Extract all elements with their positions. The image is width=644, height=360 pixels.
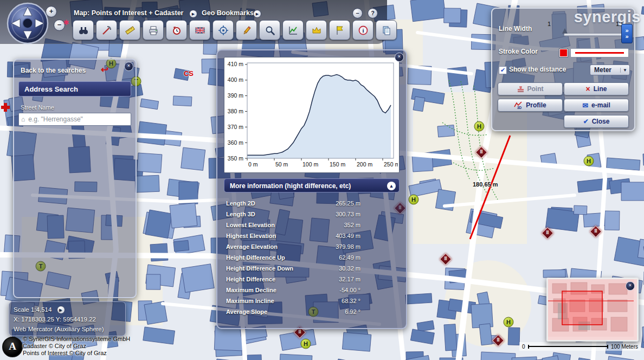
dropdown-arrow-icon: ▼: [620, 68, 629, 73]
profile-panel-close-button[interactable]: ×: [395, 53, 404, 62]
svg-text:410 m: 410 m: [228, 61, 243, 67]
map-marker-poi-green[interactable]: H: [301, 339, 311, 349]
pencil-icon: [241, 25, 252, 36]
map-marker-label-red[interactable]: CS: [184, 69, 194, 78]
toolbar-button-history[interactable]: [166, 20, 187, 40]
stat-label: Average Slope: [226, 308, 267, 315]
printer-icon: [148, 25, 159, 36]
flag-icon: [334, 25, 345, 36]
toolbar-button-flag[interactable]: [329, 20, 350, 40]
geo-bookmarks-title: Geo Bookmarks: [202, 9, 254, 17]
toolbar-button-copy[interactable]: [376, 20, 397, 40]
elevation-profile-panel: × 410 m400 m390 m380 m370 m360 m350 m0 m…: [216, 49, 407, 329]
svg-text:i: i: [362, 27, 364, 34]
museum-icon: Ⅲ: [494, 337, 502, 344]
help-button[interactable]: ?: [368, 8, 378, 18]
binoculars-icon: [78, 25, 89, 36]
zoom-in-button[interactable]: +: [46, 6, 57, 17]
map-marker-poi-green[interactable]: H: [409, 195, 419, 205]
stat-label: Height Difference Up: [226, 254, 285, 261]
svg-text:150 m: 150 m: [330, 161, 345, 168]
map-title-expand-button[interactable]: ▶: [189, 10, 197, 18]
museum-icon: Ⅲ: [296, 329, 304, 336]
overview-close-button[interactable]: ×: [626, 281, 635, 291]
toolbar-button-locate[interactable]: [212, 20, 234, 40]
stat-value: 300.73 m: [336, 211, 360, 217]
unit-dropdown[interactable]: Meter ▼: [590, 65, 630, 75]
coordinates-text: X: 1718303.25 Y: 5954419.22: [14, 314, 121, 324]
museum-icon: Ⅲ: [442, 255, 449, 263]
line-x-icon: ×: [586, 85, 590, 93]
toolbar-button-search[interactable]: [73, 20, 94, 40]
line-width-slider-handle[interactable]: [562, 28, 568, 34]
street-icon: ⌂: [21, 115, 25, 123]
street-name-label: Street Name: [21, 104, 54, 111]
toolbar-buttons: i: [73, 20, 397, 40]
close-button[interactable]: ✔ Close: [564, 115, 629, 128]
measure-tools-panel: Line Width 1 10 Stroke Color ✔ Show the …: [491, 8, 635, 131]
play-icon: ▶: [256, 12, 259, 16]
close-check-icon: ✔: [583, 118, 589, 125]
back-to-searches-link[interactable]: Back to the searches: [21, 67, 86, 74]
toolbar-button-info[interactable]: i: [352, 20, 373, 40]
map-marker-poi-green[interactable]: H: [504, 317, 514, 327]
pan-mode-button[interactable]: ✱: [63, 18, 69, 27]
map-marker-poi-green[interactable]: H: [584, 156, 594, 166]
chart-icon: [288, 25, 299, 36]
stat-row: Length 3D300.73 m: [217, 209, 406, 220]
check-icon: ✔: [500, 67, 505, 73]
close-icon: ×: [398, 54, 401, 59]
profile-button[interactable]: 3D Profile: [498, 99, 563, 112]
toolbar-button-tools[interactable]: [96, 20, 117, 40]
plus-icon: +: [49, 7, 54, 15]
address-search-panel: × Back to the searches ↩ Address Search …: [13, 59, 137, 298]
svg-text:3D: 3D: [517, 106, 522, 110]
compass-navigator[interactable]: [7, 2, 49, 47]
play-icon: ▶: [192, 12, 195, 16]
line-width-slider[interactable]: [564, 33, 628, 36]
map-marker-pharmacy-cross[interactable]: [1, 103, 10, 112]
map-marker-poi-green[interactable]: H: [474, 121, 485, 132]
logo-a: A: [2, 337, 23, 357]
email-button-label: e-mail: [591, 101, 610, 109]
copyright-line: Cadaster © City of Graz: [23, 343, 130, 350]
history-clock-icon: [171, 25, 182, 36]
toolbar-button-zoom[interactable]: [259, 20, 280, 40]
toolbar-button-draw[interactable]: [236, 20, 257, 40]
toolbar-button-print[interactable]: [143, 20, 164, 40]
street-name-field: ⌂: [18, 113, 131, 126]
minimize-button[interactable]: –: [352, 8, 363, 18]
svg-text:370 m: 370 m: [228, 124, 243, 130]
svg-text:50 m: 50 m: [275, 161, 288, 168]
point-button[interactable]: Point: [498, 82, 563, 95]
play-icon: ▶: [59, 308, 62, 312]
stat-value: 403.49 m: [336, 233, 360, 239]
scale-expand-button[interactable]: ▶: [57, 306, 65, 314]
more-information-toggle[interactable]: More information (hight difference, etc)…: [224, 178, 400, 192]
scale-row: Scale 1:4,514 ▶: [14, 305, 121, 314]
email-button[interactable]: ✉ e-mail: [564, 99, 629, 112]
pickaxe-icon: [101, 25, 112, 36]
stroke-color-swatch[interactable]: [559, 49, 568, 57]
stroke-line-sample: [575, 52, 623, 54]
street-name-input[interactable]: [27, 115, 128, 124]
toolbar-button-language[interactable]: [189, 20, 210, 40]
show-distance-checkbox[interactable]: ✔: [499, 66, 507, 74]
geo-bookmarks-expand-button[interactable]: ▶: [253, 10, 261, 18]
line-button[interactable]: × Line: [564, 82, 629, 95]
panel-expander-tab[interactable]: » »: [621, 24, 633, 43]
uk-flag-icon: [195, 25, 205, 36]
address-panel-close-button[interactable]: ×: [124, 62, 133, 71]
toolbar-button-measure[interactable]: [119, 20, 140, 40]
minimize-icon: –: [356, 10, 359, 16]
line-width-label: Line Width: [499, 25, 532, 33]
help-icon: ?: [371, 10, 375, 16]
toolbar-button-favorites[interactable]: [306, 20, 327, 40]
crosshair-icon: [218, 25, 229, 36]
overview-map-panel[interactable]: ×: [546, 278, 639, 342]
collapse-chevron-button[interactable]: ▲: [387, 182, 396, 190]
stat-label: Highest Elevation: [226, 233, 276, 239]
toolbar-button-chart[interactable]: [282, 20, 304, 40]
copyright-line: Points of Interest © City of Graz: [23, 350, 130, 357]
museum-icon: Ⅲ: [478, 149, 485, 156]
